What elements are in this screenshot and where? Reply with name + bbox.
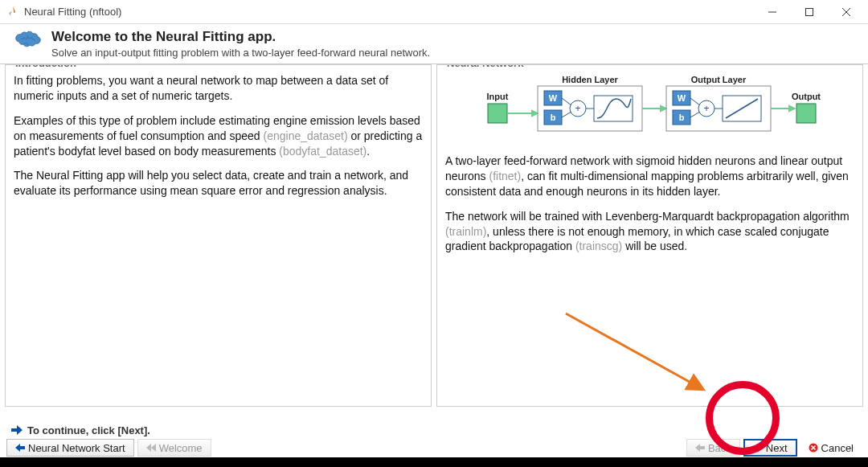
welcome-button[interactable]: Welcome <box>137 439 211 457</box>
nn-panel-title: Neural Network <box>444 64 526 69</box>
svg-rect-5 <box>488 104 507 123</box>
svg-rect-35 <box>796 104 816 123</box>
arrow-left-icon <box>695 443 705 453</box>
svg-text:b: b <box>550 113 555 122</box>
header-title: Welcome to the Neural Fitting app. <box>51 29 860 45</box>
svg-text:Output Layer: Output Layer <box>690 75 746 84</box>
arrow-right-icon <box>753 443 763 453</box>
neural-network-start-button[interactable]: Neural Network Start <box>6 439 134 457</box>
trainlm-link[interactable]: (trainlm) <box>445 225 486 238</box>
header-subtitle: Solve an input-output fitting problem wi… <box>51 47 860 59</box>
close-button[interactable] <box>828 0 865 24</box>
black-strip <box>0 457 868 467</box>
button-row: Neural Network Start Welcome Back Next C… <box>0 438 868 457</box>
arrow-right-icon <box>10 424 23 436</box>
svg-line-31 <box>690 112 700 117</box>
cancel-icon <box>809 443 818 453</box>
cancel-button[interactable]: Cancel <box>800 439 862 457</box>
nn-p1: A two-layer feed-forward network with si… <box>445 154 854 199</box>
nn-p2: The network will be trained with Levenbe… <box>445 209 854 255</box>
titlebar: Neural Fitting (nftool) <box>0 0 868 24</box>
window-title: Neural Fitting (nftool) <box>24 6 121 18</box>
neural-network-panel: Neural Network Input Hidden Layer W b + … <box>436 64 863 407</box>
intro-p1: In fitting problems, you want a neural n… <box>14 73 423 104</box>
fitnet-link[interactable]: (fitnet) <box>489 170 521 182</box>
next-button[interactable]: Next <box>743 439 797 457</box>
intro-p3: The Neural Fitting app will help you sel… <box>14 168 423 199</box>
rewind-icon <box>146 443 156 453</box>
svg-text:b: b <box>678 113 684 122</box>
svg-text:+: + <box>575 103 580 114</box>
intro-panel-title: Introduction <box>12 64 80 69</box>
network-diagram: Input Hidden Layer W b + Output Layer W <box>473 73 827 145</box>
header: Welcome to the Neural Fitting app. Solve… <box>0 24 868 64</box>
matlab-icon <box>6 6 19 18</box>
svg-line-16 <box>562 98 571 105</box>
engine-dataset-link[interactable]: (engine_dataset) <box>264 129 348 142</box>
svg-text:Hidden Layer: Hidden Layer <box>562 75 618 84</box>
brain-icon <box>13 27 45 56</box>
svg-line-30 <box>690 98 700 105</box>
svg-rect-1 <box>806 8 813 15</box>
back-button[interactable]: Back <box>686 439 740 457</box>
intro-p2: Examples of this type of problem include… <box>14 113 423 159</box>
maximize-button[interactable] <box>791 0 828 24</box>
trainscg-link[interactable]: (trainscg) <box>575 240 622 252</box>
arrow-left-icon <box>15 443 25 453</box>
svg-text:Output: Output <box>791 92 820 101</box>
svg-text:+: + <box>703 103 709 114</box>
introduction-panel: Introduction In fitting problems, you wa… <box>5 64 432 407</box>
footer-hint-text: To continue, click [Next]. <box>27 424 150 436</box>
footer-hint: To continue, click [Next]. <box>0 420 868 440</box>
svg-text:Input: Input <box>486 92 508 101</box>
minimize-button[interactable] <box>754 0 791 24</box>
svg-line-17 <box>562 112 571 117</box>
svg-text:W: W <box>677 93 686 103</box>
svg-text:W: W <box>548 93 557 103</box>
bodyfat-dataset-link[interactable]: (bodyfat_dataset) <box>279 145 366 158</box>
